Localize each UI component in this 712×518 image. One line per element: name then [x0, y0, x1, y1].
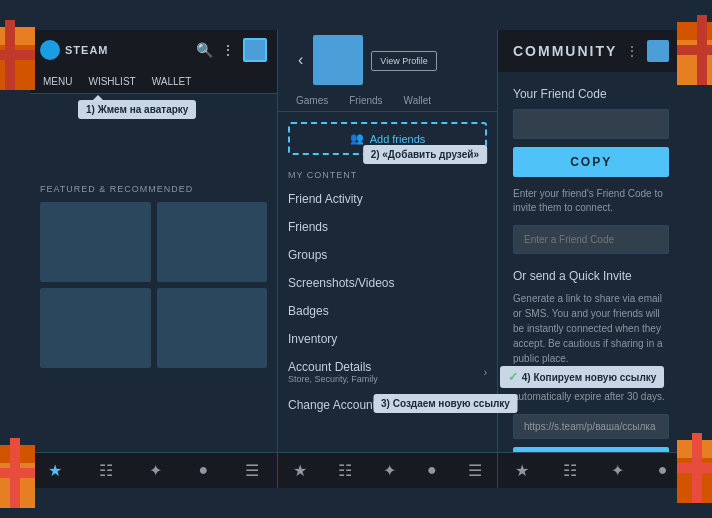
arrow-icon: ›: [484, 367, 487, 378]
mid-bottom-grid[interactable]: ☷: [338, 461, 352, 480]
profile-avatar: [313, 35, 363, 85]
left-panel: STEAM 🔍 ⋮ MENU WISHLIST WALLET 1) Жмем н…: [30, 30, 278, 488]
menu-account-label: Account Details: [288, 360, 378, 374]
add-friends-label: Add friends: [370, 133, 426, 145]
header-icons: 🔍 ⋮: [196, 38, 267, 62]
quick-invite-text: Generate a link to share via email or SM…: [513, 291, 669, 366]
menu-list: Friend Activity Friends Groups Screensho…: [278, 185, 497, 419]
featured-card-4: [157, 288, 268, 368]
right-bottom-nav: ★ ☷ ✦ ●: [498, 452, 682, 488]
add-friends-icon: 👥: [350, 132, 364, 145]
right-panel: COMMUNITY ⋮ Your Friend Code COPY Enter …: [498, 30, 682, 488]
right-bottom-bookmark[interactable]: ★: [515, 461, 529, 480]
featured-label: FEATURED & RECOMMENDED: [40, 184, 267, 194]
nav-bar: MENU WISHLIST WALLET: [30, 70, 277, 94]
tab-wallet[interactable]: Wallet: [396, 90, 439, 111]
friend-code-helper: Enter your friend's Friend Code to invit…: [513, 187, 669, 215]
featured-cards-2: [40, 288, 267, 368]
featured-card-2: [157, 202, 268, 282]
tooltip-avatar: 1) Жмем на аватарку: [78, 100, 196, 119]
friend-code-title: Your Friend Code: [513, 87, 669, 101]
steam-header: STEAM 🔍 ⋮: [30, 30, 277, 70]
community-title: COMMUNITY: [513, 43, 617, 59]
mid-bottom-bookmark[interactable]: ★: [293, 461, 307, 480]
menu-account-subtitle: Store, Security, Family: [288, 374, 378, 384]
search-icon[interactable]: 🔍: [196, 42, 213, 58]
copy-friend-code-button[interactable]: COPY: [513, 147, 669, 177]
quick-invite-title: Or send a Quick Invite: [513, 269, 669, 283]
enter-friend-code-input[interactable]: [513, 225, 669, 254]
tooltip-add-friends: 2) «Добавить друзей»: [363, 145, 487, 164]
bottom-nav-shield[interactable]: ✦: [149, 461, 162, 480]
tooltip-copy-link: ✓ 4) Копируем новую ссылку: [500, 366, 665, 388]
steam-logo-text: STEAM: [65, 44, 109, 56]
mid-bottom-shield[interactable]: ✦: [383, 461, 396, 480]
avatar[interactable]: [243, 38, 267, 62]
steam-logo: STEAM: [40, 40, 109, 60]
menu-badges[interactable]: Badges: [278, 297, 497, 325]
menu-friends[interactable]: Friends: [278, 213, 497, 241]
view-profile-container: View Profile: [371, 50, 436, 71]
bottom-nav-bell[interactable]: ●: [199, 461, 209, 480]
middle-bottom-nav: ★ ☷ ✦ ● ☰: [278, 452, 497, 488]
mid-bottom-menu[interactable]: ☰: [468, 461, 482, 480]
nav-wishlist[interactable]: WISHLIST: [80, 70, 143, 93]
profile-tabs: Games Friends Wallet: [278, 90, 497, 112]
tab-friends[interactable]: Friends: [341, 90, 390, 111]
steam-icon: [40, 40, 60, 60]
gift-decoration-left: [0, 0, 35, 518]
featured-section: FEATURED & RECOMMENDED: [30, 174, 277, 378]
back-button[interactable]: ‹: [288, 41, 313, 79]
nav-menu[interactable]: MENU: [35, 70, 80, 93]
middle-panel: ‹ View Profile 2) «Добавить друзей» Game…: [278, 30, 498, 488]
bottom-nav-bookmark[interactable]: ★: [48, 461, 62, 480]
tooltip4-text: 4) Копируем новую ссылку: [522, 372, 657, 383]
community-header: COMMUNITY ⋮: [498, 30, 682, 72]
left-content: FEATURED & RECOMMENDED: [30, 94, 277, 452]
nav-wallet[interactable]: WALLET: [144, 70, 200, 93]
community-avatar[interactable]: [647, 40, 669, 62]
menu-dots-icon[interactable]: ⋮: [221, 42, 235, 58]
screen-wrapper: STEAM 🔍 ⋮ MENU WISHLIST WALLET 1) Жмем н…: [30, 30, 682, 488]
note-wrapper: NOTE: Each link you generate will automa…: [513, 376, 669, 404]
right-content: Your Friend Code COPY Enter your friend'…: [498, 72, 682, 452]
right-bottom-grid[interactable]: ☷: [563, 461, 577, 480]
menu-account-details[interactable]: Account Details Store, Security, Family …: [278, 353, 497, 391]
right-bottom-shield[interactable]: ✦: [611, 461, 624, 480]
featured-cards: [40, 202, 267, 282]
featured-card-1: [40, 202, 151, 282]
check-icon: ✓: [508, 370, 518, 384]
middle-header: ‹ View Profile: [278, 30, 497, 90]
bottom-nav-grid[interactable]: ☷: [99, 461, 113, 480]
right-bottom-bell[interactable]: ●: [658, 461, 668, 480]
link-box: https://s.team/p/ваша/ссылка: [513, 414, 669, 439]
community-menu-icon[interactable]: ⋮: [625, 43, 639, 59]
my-content-label: MY CONTENT: [278, 165, 497, 185]
menu-inventory[interactable]: Inventory: [278, 325, 497, 353]
left-bottom-nav: ★ ☷ ✦ ● ☰: [30, 452, 277, 488]
menu-groups[interactable]: Groups: [278, 241, 497, 269]
bottom-nav-menu[interactable]: ☰: [245, 461, 259, 480]
view-profile-button[interactable]: View Profile: [371, 51, 436, 71]
friend-code-input[interactable]: [513, 109, 669, 139]
mid-bottom-bell[interactable]: ●: [427, 461, 437, 480]
tab-games[interactable]: Games: [288, 90, 336, 111]
menu-screenshots[interactable]: Screenshots/Videos: [278, 269, 497, 297]
featured-card-3: [40, 288, 151, 368]
gift-decoration-right: [677, 0, 712, 518]
tooltip-generate-link: 3) Создаем новую ссылку: [373, 394, 518, 413]
menu-friend-activity[interactable]: Friend Activity: [278, 185, 497, 213]
